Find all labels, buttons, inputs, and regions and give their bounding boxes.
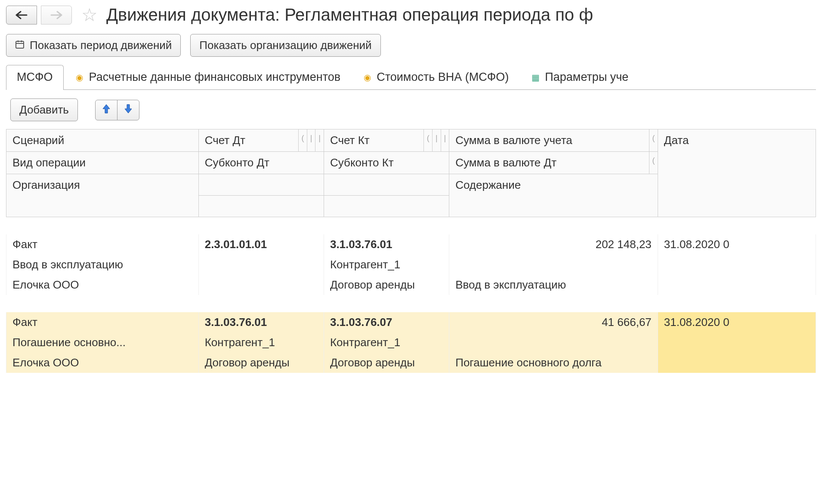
col-account-dt[interactable]: Счет Дт xyxy=(198,129,299,152)
col-sum[interactable]: Сумма в валюте учета xyxy=(449,129,649,152)
cell-sub-dt2: Договор аренды xyxy=(198,353,324,373)
col-blank xyxy=(324,196,449,217)
col-flag[interactable]: | xyxy=(307,129,315,152)
table-icon: ▦ xyxy=(530,72,541,83)
tab-vna-cost[interactable]: ◉ Стоимость ВНА (МСФО) xyxy=(351,65,519,90)
calendar-icon xyxy=(15,40,25,52)
add-button[interactable]: Добавить xyxy=(10,98,78,121)
coins-icon: ◉ xyxy=(362,72,372,83)
cell-sub-dt: Контрагент_1 xyxy=(198,332,324,353)
show-org-button[interactable]: Показать организацию движений xyxy=(190,34,380,57)
table-row[interactable]: Факт 2.3.01.01.01 3.1.03.76.01 202 148,2… xyxy=(6,234,816,295)
col-blank xyxy=(198,174,324,196)
cell-sub-dt2 xyxy=(198,275,324,295)
arrow-up-icon xyxy=(102,104,111,117)
cell-desc: Погашение основного долга xyxy=(449,353,658,373)
tab-label: Расчетные данные финансовых инструментов xyxy=(89,71,341,84)
col-flag[interactable]: | xyxy=(441,129,449,152)
cell-sub-dt xyxy=(198,255,324,275)
tab-label: Параметры уче xyxy=(545,71,628,84)
back-button[interactable] xyxy=(6,6,37,25)
svg-rect-0 xyxy=(16,41,24,48)
cell-org: Елочка ООО xyxy=(6,275,199,295)
cell-sum: 202 148,23 xyxy=(449,234,658,255)
cell-blank xyxy=(658,275,816,295)
col-flag[interactable]: | xyxy=(433,129,441,152)
move-down-button[interactable] xyxy=(117,100,139,120)
show-period-label: Показать период движений xyxy=(30,39,172,52)
col-flag[interactable]: ( xyxy=(299,129,307,152)
cell-scenario: Факт xyxy=(6,234,199,255)
movements-table[interactable]: Сценарий Счет Дт ( | | Счет Кт ( | | Сум… xyxy=(6,129,816,373)
move-up-button[interactable] xyxy=(95,100,117,120)
tab-msfo[interactable]: МСФО xyxy=(6,65,64,90)
cell-scenario: Факт xyxy=(6,312,199,332)
show-period-button[interactable]: Показать период движений xyxy=(6,34,181,57)
cell-sub-kt2: Договор аренды xyxy=(324,353,449,373)
cell-sub-kt: Контрагент_1 xyxy=(324,255,449,275)
add-label: Добавить xyxy=(19,103,69,117)
cell-op: Погашение основно... xyxy=(6,332,199,353)
tab-fin-instruments[interactable]: ◉ Расчетные данные финансовых инструмент… xyxy=(64,65,352,90)
cell-account-dt: 3.1.03.76.01 xyxy=(198,312,324,332)
col-flag[interactable]: | xyxy=(315,129,324,152)
cell-blank xyxy=(658,255,816,275)
forward-button[interactable] xyxy=(41,6,72,25)
col-subkonto-dt[interactable]: Субконто Дт xyxy=(198,152,324,174)
cell-sum: 41 666,67 xyxy=(449,312,658,332)
favorite-star-icon[interactable]: ☆ xyxy=(81,4,98,25)
cell-date: 31.08.2020 0 xyxy=(658,312,816,332)
cell-blank xyxy=(658,353,816,373)
cell-sum-dt xyxy=(449,332,658,353)
col-flag[interactable]: ( xyxy=(649,152,658,174)
cell-sub-kt2: Договор аренды xyxy=(324,275,449,295)
col-blank xyxy=(324,174,449,196)
col-subkonto-kt[interactable]: Субконто Кт xyxy=(324,152,449,174)
show-org-label: Показать организацию движений xyxy=(199,39,371,52)
col-flag[interactable]: ( xyxy=(649,129,658,152)
cell-org: Елочка ООО xyxy=(6,353,199,373)
tab-accounting-params[interactable]: ▦ Параметры уче xyxy=(519,65,639,90)
col-desc[interactable]: Содержание xyxy=(449,174,658,217)
cell-op: Ввод в эксплуатацию xyxy=(6,255,199,275)
cell-account-kt: 3.1.03.76.01 xyxy=(324,234,449,255)
col-date[interactable]: Дата xyxy=(658,129,816,217)
col-sum-dt[interactable]: Сумма в валюте Дт xyxy=(449,152,649,174)
cell-desc: Ввод в эксплуатацию xyxy=(449,275,658,295)
cell-sub-kt: Контрагент_1 xyxy=(324,332,449,353)
tab-label: МСФО xyxy=(17,71,53,84)
coins-icon: ◉ xyxy=(74,72,85,83)
table-row[interactable]: Факт 3.1.03.76.01 3.1.03.76.07 41 666,67… xyxy=(6,312,816,373)
col-account-kt[interactable]: Счет Кт xyxy=(324,129,424,152)
cell-date: 31.08.2020 0 xyxy=(658,234,816,255)
col-flag[interactable]: ( xyxy=(424,129,433,152)
col-scenario[interactable]: Сценарий xyxy=(6,129,199,152)
col-blank xyxy=(198,196,324,217)
tab-label: Стоимость ВНА (МСФО) xyxy=(377,71,509,84)
cell-sum-dt xyxy=(449,255,658,275)
col-op-type[interactable]: Вид операции xyxy=(6,152,199,174)
col-org[interactable]: Организация xyxy=(6,174,199,217)
cell-account-kt: 3.1.03.76.07 xyxy=(324,312,449,332)
page-title: Движения документа: Регламентная операци… xyxy=(106,5,593,25)
cell-account-dt: 2.3.01.01.01 xyxy=(198,234,324,255)
cell-blank xyxy=(658,332,816,353)
arrow-down-icon xyxy=(124,104,133,117)
